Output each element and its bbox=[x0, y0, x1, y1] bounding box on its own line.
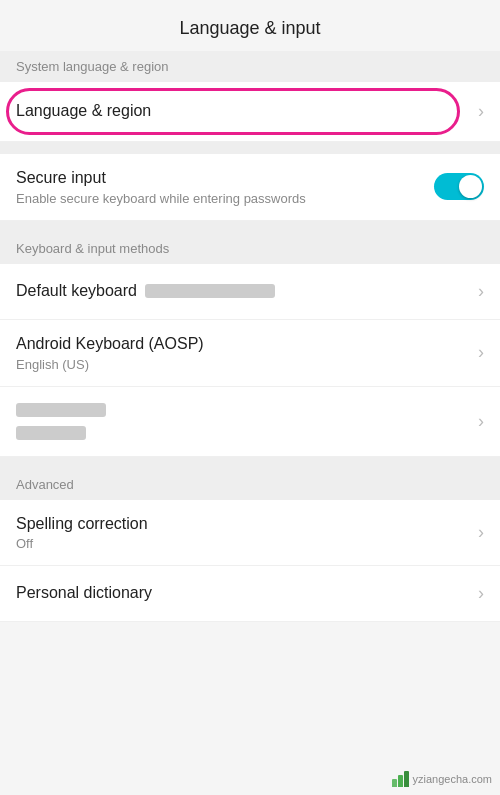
bar-2 bbox=[398, 775, 403, 787]
bar-1 bbox=[392, 779, 397, 787]
language-region-title: Language & region bbox=[16, 101, 470, 122]
chevron-icon: › bbox=[478, 522, 484, 543]
watermark-text: yziangecha.com bbox=[413, 773, 493, 785]
secure-input-item[interactable]: Secure input Enable secure keyboard whil… bbox=[0, 154, 500, 221]
chevron-icon: › bbox=[478, 411, 484, 432]
spacer-3 bbox=[0, 457, 500, 469]
spacer-2 bbox=[0, 221, 500, 233]
chevron-icon: › bbox=[478, 342, 484, 363]
android-keyboard-item[interactable]: Android Keyboard (AOSP) English (US) › bbox=[0, 320, 500, 387]
secure-input-toggle[interactable] bbox=[434, 173, 484, 200]
toggle-knob bbox=[459, 175, 482, 198]
chevron-icon: › bbox=[478, 281, 484, 302]
default-keyboard-title-row: Default keyboard bbox=[16, 281, 470, 302]
spacer-1 bbox=[0, 142, 500, 154]
bar-3 bbox=[404, 771, 409, 787]
personal-dictionary-title: Personal dictionary bbox=[16, 583, 470, 604]
section-header-system-language: System language & region bbox=[0, 51, 500, 82]
blurred-keyboard-title-row bbox=[16, 401, 470, 419]
default-keyboard-item[interactable]: Default keyboard › bbox=[0, 264, 500, 320]
blurred-keyboard-item[interactable]: › bbox=[0, 387, 500, 457]
chevron-icon: › bbox=[478, 583, 484, 604]
watermark: yziangecha.com bbox=[392, 771, 493, 787]
secure-input-subtitle: Enable secure keyboard while entering pa… bbox=[16, 191, 434, 206]
personal-dictionary-item[interactable]: Personal dictionary › bbox=[0, 566, 500, 622]
android-keyboard-subtitle: English (US) bbox=[16, 357, 470, 372]
watermark-logo bbox=[392, 771, 409, 787]
page-title: Language & input bbox=[0, 0, 500, 51]
default-keyboard-value-blurred bbox=[145, 284, 275, 298]
spelling-correction-item[interactable]: Spelling correction Off › bbox=[0, 500, 500, 567]
spelling-correction-subtitle: Off bbox=[16, 536, 470, 551]
section-header-advanced: Advanced bbox=[0, 469, 500, 500]
language-region-item[interactable]: Language & region › bbox=[0, 82, 500, 142]
default-keyboard-title: Default keyboard bbox=[16, 281, 137, 302]
secure-input-title: Secure input bbox=[16, 168, 434, 189]
blurred-keyboard-subtitle-row bbox=[16, 424, 470, 442]
chevron-icon: › bbox=[478, 101, 484, 122]
section-header-keyboard: Keyboard & input methods bbox=[0, 233, 500, 264]
blurred-keyboard-title bbox=[16, 403, 106, 417]
blurred-keyboard-subtitle bbox=[16, 426, 86, 440]
android-keyboard-title: Android Keyboard (AOSP) bbox=[16, 334, 470, 355]
spelling-correction-title: Spelling correction bbox=[16, 514, 470, 535]
